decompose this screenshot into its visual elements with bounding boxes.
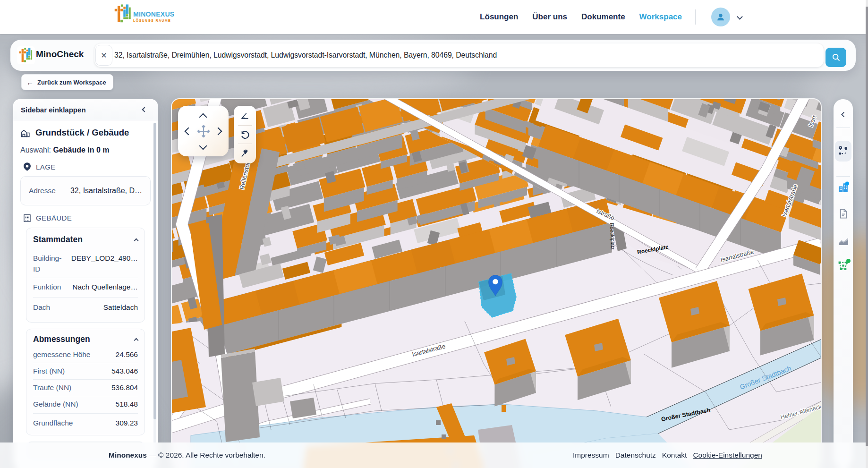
svg-text:Roecklplatz: Roecklplatz bbox=[609, 223, 616, 250]
